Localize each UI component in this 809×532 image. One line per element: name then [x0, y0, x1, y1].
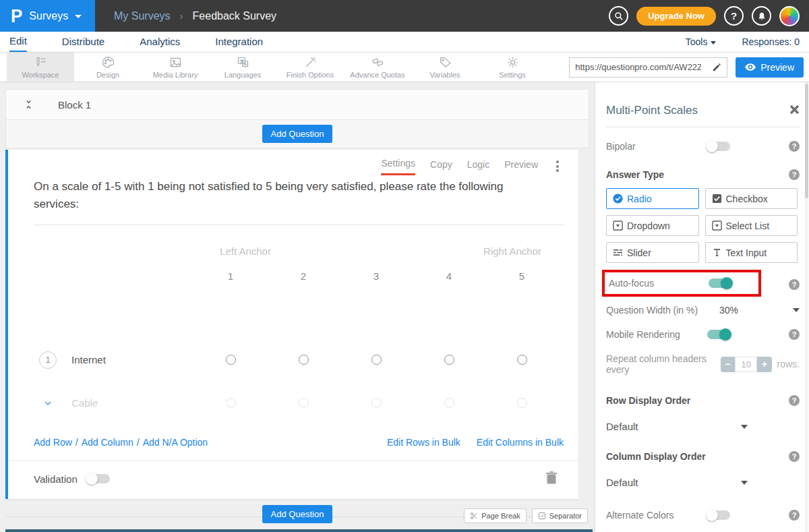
help-button[interactable]: ?	[724, 6, 744, 26]
add-question-button-bottom[interactable]: Add Question	[262, 505, 333, 523]
mobile-rendering-toggle[interactable]	[707, 330, 730, 339]
add-column-link[interactable]: Add Column	[82, 437, 133, 448]
page-break-button[interactable]: Page Break	[464, 508, 526, 523]
question-text[interactable]: On a scale of 1-5 with 1 being not satis…	[34, 178, 547, 214]
preview-button[interactable]: Preview	[736, 57, 804, 78]
delete-question-button[interactable]	[546, 471, 557, 487]
validation-toggle[interactable]	[87, 474, 110, 483]
toolbar-item-settings[interactable]: Settings	[479, 53, 546, 82]
decrement-button[interactable]: −	[721, 357, 735, 372]
tab-distribute[interactable]: Distribute	[62, 33, 104, 51]
help-icon[interactable]: ?	[789, 451, 800, 462]
radio-button[interactable]	[299, 398, 309, 408]
answer-type-select-list[interactable]: Select List	[705, 215, 798, 236]
radio-button[interactable]	[299, 355, 309, 365]
help-icon[interactable]: ?	[789, 395, 800, 406]
toolbar-item-finish-options[interactable]: Finish Options	[276, 53, 344, 82]
toolbar-item-media-library[interactable]: Media Library	[142, 53, 209, 82]
answer-type-radio[interactable]: Radio	[606, 188, 699, 209]
add-row-link[interactable]: Add Row	[34, 437, 72, 448]
toolbar-item-workspace[interactable]: Workspace	[7, 53, 74, 82]
add-na-option-link[interactable]: Add N/A Option	[143, 437, 208, 448]
answer-type-dropdown[interactable]: Dropdown	[606, 215, 699, 236]
tab-analytics[interactable]: Analytics	[140, 33, 180, 51]
help-icon[interactable]: ?	[789, 279, 800, 290]
kebab-menu-icon[interactable]: •••	[553, 160, 562, 173]
notifications-button[interactable]	[752, 6, 771, 26]
radio-button[interactable]	[517, 355, 527, 365]
help-icon[interactable]: ?	[789, 169, 800, 180]
question-tab-copy[interactable]: Copy	[430, 159, 452, 175]
repeat-headers-value[interactable]: 10	[735, 357, 757, 372]
search-button[interactable]	[609, 6, 628, 26]
edit-url-button[interactable]	[707, 58, 727, 77]
select-list-icon	[712, 220, 722, 231]
close-panel-button[interactable]	[789, 105, 800, 117]
topbar: P Surveys My Surveys › Feedback Survey U…	[0, 0, 809, 32]
toolbar-item-variables[interactable]: Variables	[411, 53, 479, 82]
help-icon[interactable]: ?	[789, 329, 800, 340]
chevron-down-icon[interactable]	[793, 308, 800, 312]
radio-button[interactable]	[371, 398, 382, 408]
question-tab-settings[interactable]: Settings	[381, 158, 415, 175]
answer-type-slider[interactable]: Slider	[606, 242, 699, 263]
question-width-value[interactable]: 30%	[719, 305, 738, 316]
row-label-internet[interactable]: Internet	[71, 354, 106, 365]
column-display-order-select[interactable]: Default	[606, 477, 748, 488]
radio-button[interactable]	[444, 355, 454, 365]
increment-button[interactable]: +	[757, 357, 771, 372]
radio-button[interactable]	[226, 398, 236, 408]
tab-integration[interactable]: Integration	[215, 33, 263, 51]
question-tab-logic[interactable]: Logic	[467, 159, 489, 175]
radio-cell	[194, 338, 267, 382]
help-icon[interactable]: ?	[789, 141, 800, 152]
row-display-order-select[interactable]: Default	[606, 421, 748, 432]
toolbar-item-design[interactable]: Design	[74, 53, 142, 82]
column-display-order-value: Default	[606, 477, 638, 488]
row-index-badge[interactable]: 1	[39, 351, 57, 369]
left-anchor-label[interactable]: Left Anchor	[209, 240, 282, 263]
answer-type-text-input[interactable]: Text Input	[705, 242, 798, 263]
add-question-button-top[interactable]: Add Question	[262, 125, 333, 143]
survey-url-input[interactable]	[570, 62, 707, 72]
breadcrumb: My Surveys › Feedback Survey	[95, 0, 276, 32]
scrollbar-thumb[interactable]	[805, 84, 808, 198]
radio-button[interactable]	[517, 398, 527, 408]
column-header[interactable]: 3	[340, 263, 413, 290]
surveys-product-menu[interactable]: P Surveys	[0, 0, 95, 32]
alternate-colors-toggle[interactable]	[707, 510, 730, 520]
row-reorder-button[interactable]	[39, 398, 57, 409]
column-header[interactable]: 2	[267, 263, 340, 290]
radio-cell	[413, 338, 485, 382]
edit-columns-in-bulk-link[interactable]: Edit Columns in Bulk	[477, 437, 564, 448]
radio-button[interactable]	[444, 398, 454, 408]
chevron-down-icon	[711, 41, 716, 45]
separator-button[interactable]: Separator	[532, 508, 588, 523]
question-tab-preview[interactable]: Preview	[504, 159, 538, 175]
auto-focus-toggle[interactable]	[709, 278, 731, 288]
radio-button[interactable]	[371, 355, 382, 365]
tab-edit[interactable]: Edit	[9, 32, 27, 52]
row-label-cable[interactable]: Cable	[71, 397, 98, 409]
toolbar-item-languages[interactable]: 文A Languages	[209, 53, 276, 82]
sidebar-scrollbar[interactable]	[805, 82, 808, 532]
collapse-block-button[interactable]	[24, 98, 34, 111]
edit-rows-in-bulk-link[interactable]: Edit Rows in Bulk	[387, 437, 460, 448]
toolbar-item-advance-quotas[interactable]: Advance Quotas	[344, 53, 411, 82]
user-avatar[interactable]	[779, 6, 800, 26]
column-header[interactable]: 4	[413, 263, 485, 290]
answer-type-checkbox[interactable]: Checkbox	[705, 188, 798, 209]
column-display-order-label: Column Display Order	[606, 451, 706, 462]
breadcrumb-my-surveys[interactable]: My Surveys	[114, 10, 171, 22]
upgrade-now-button[interactable]: Upgrade Now	[636, 7, 716, 26]
column-header[interactable]: 5	[485, 263, 558, 290]
radio-button[interactable]	[226, 355, 236, 365]
column-header[interactable]: 1	[194, 263, 267, 290]
scissors-icon	[470, 512, 478, 520]
bipolar-toggle[interactable]	[707, 142, 730, 151]
answer-option-label: Dropdown	[627, 220, 670, 231]
help-icon[interactable]: ?	[789, 510, 800, 521]
editor-toolbar: Workspace Design Media Library 文A Langua…	[0, 53, 809, 82]
right-anchor-label[interactable]: Right Anchor	[476, 240, 549, 263]
tools-menu[interactable]: Tools	[686, 36, 717, 47]
